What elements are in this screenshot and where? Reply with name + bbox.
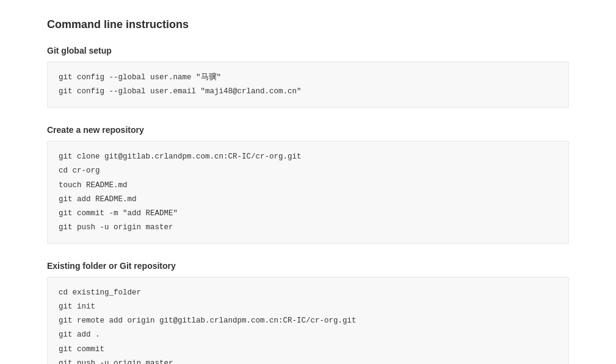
section-existing-folder: Existing folder or Git repositorycd exis…	[47, 261, 569, 364]
code-block-2: cd existing_folder git init git remote a…	[47, 277, 569, 364]
section-title-0: Git global setup	[47, 46, 569, 55]
section-git-global-setup: Git global setupgit config --global user…	[47, 46, 569, 108]
code-block-1: git clone git@gitlab.crlandpm.com.cn:CR-…	[47, 141, 569, 244]
section-create-new-repository: Create a new repositorygit clone git@git…	[47, 125, 569, 244]
section-title-1: Create a new repository	[47, 125, 569, 135]
code-block-0: git config --global user.name "马骥" git c…	[47, 62, 569, 108]
section-title-2: Existing folder or Git repository	[47, 261, 569, 271]
page-title: Command line instructions	[47, 18, 569, 31]
